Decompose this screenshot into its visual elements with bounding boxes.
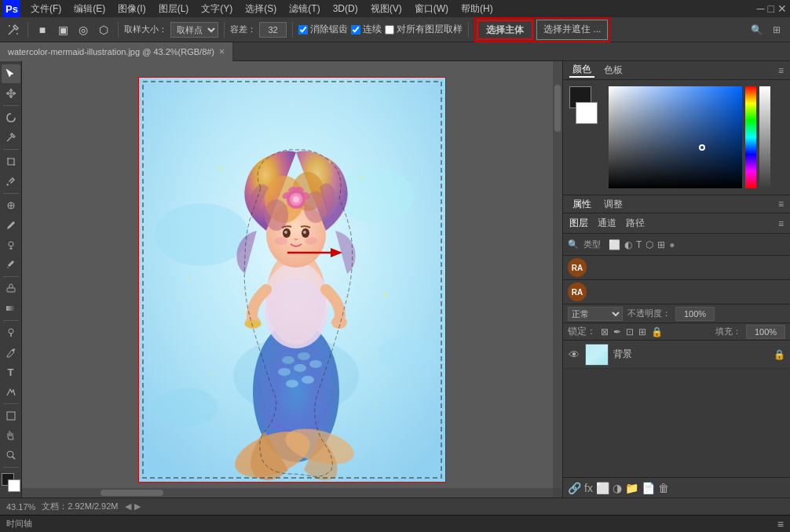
rect-select-icon[interactable]: ■: [34, 21, 51, 38]
vertical-scrollbar[interactable]: [553, 61, 562, 488]
avatar-ra-2[interactable]: RA: [568, 282, 587, 301]
shape-filter-icon[interactable]: ⬡: [646, 239, 653, 250]
history-brush-tool[interactable]: [2, 255, 20, 274]
menu-3d[interactable]: 3D(D): [327, 2, 364, 16]
swatches-tab[interactable]: 色板: [601, 64, 626, 77]
tolerance-input[interactable]: [259, 22, 287, 38]
lock-pixels-icon[interactable]: ⊠: [601, 326, 609, 337]
layer-visibility-icon[interactable]: 👁: [568, 348, 580, 361]
search-icon[interactable]: 🔍: [748, 21, 765, 38]
eraser-tool[interactable]: [2, 279, 20, 298]
move-tool[interactable]: [2, 84, 20, 103]
vertical-scroll-thumb[interactable]: [554, 85, 561, 132]
zoom-tool[interactable]: [2, 446, 20, 465]
layers-tab[interactable]: 图层: [569, 217, 588, 230]
maximize-icon[interactable]: □: [768, 2, 774, 15]
background-color[interactable]: [576, 102, 598, 124]
color-gradient-field[interactable]: [609, 86, 742, 188]
scroll-right-icon[interactable]: ▶: [134, 501, 141, 512]
alpha-slider[interactable]: [759, 86, 770, 188]
layers-panel-menu[interactable]: ≡: [778, 218, 784, 229]
attributes-tab[interactable]: 属性: [569, 198, 594, 211]
hand-tool[interactable]: [2, 426, 20, 445]
layer-item-background[interactable]: 👁 背景 🔒: [563, 341, 790, 369]
pen-tool[interactable]: [2, 343, 20, 362]
mermaid-canvas[interactable]: ✦ ✦ ✦ ✦ ✦ ✦ ✦ ✦: [139, 78, 445, 482]
anti-alias-check[interactable]: 消除锯齿: [298, 23, 348, 36]
scroll-left-icon[interactable]: ◀: [125, 501, 131, 512]
menu-edit[interactable]: 编辑(E): [68, 1, 111, 17]
panel-menu-icon[interactable]: ≡: [778, 65, 784, 76]
color-tab[interactable]: 颜色: [569, 63, 594, 78]
delete-layer-icon[interactable]: 🗑: [658, 482, 669, 494]
selection-tool[interactable]: [2, 64, 20, 83]
paths-tab[interactable]: 路径: [626, 217, 645, 230]
scroll-corner: [553, 488, 562, 497]
layer-effects-icon[interactable]: fx: [584, 482, 593, 494]
new-layer-icon[interactable]: 📄: [642, 482, 655, 494]
lasso-icon[interactable]: ◎: [75, 21, 92, 38]
sample-size-select[interactable]: 取样点: [170, 22, 218, 38]
text-tool[interactable]: T: [2, 363, 20, 381]
select-mask-button[interactable]: 选择并遮住 ...: [536, 20, 608, 40]
adjustment-layer-icon[interactable]: ◑: [613, 482, 622, 494]
search-layers-icon[interactable]: 🔍: [568, 239, 579, 250]
opacity-input[interactable]: [675, 307, 715, 321]
eyedropper-tool[interactable]: [2, 172, 20, 191]
channels-tab[interactable]: 通道: [598, 217, 616, 230]
hue-slider[interactable]: [745, 86, 756, 188]
scroll-arrows[interactable]: ◀ ▶: [125, 501, 141, 512]
menu-filter[interactable]: 滤镜(T): [283, 1, 325, 17]
fill-input[interactable]: [746, 325, 785, 339]
poly-icon[interactable]: ⬡: [95, 21, 112, 38]
contiguous-check[interactable]: 连续: [351, 23, 382, 36]
avatar-ra-1[interactable]: RA: [568, 258, 587, 277]
horizontal-scrollbar[interactable]: [22, 488, 553, 497]
clone-stamp-tool[interactable]: [2, 235, 20, 254]
adjustments-tab[interactable]: 调整: [601, 198, 626, 211]
menu-view[interactable]: 视图(V): [365, 1, 408, 17]
attr-panel-menu[interactable]: ≡: [778, 199, 784, 210]
type-filter-icon[interactable]: T: [636, 239, 642, 250]
path-selection-tool[interactable]: [2, 382, 20, 401]
adjustment-filter-icon[interactable]: ◐: [624, 239, 632, 250]
menu-window[interactable]: 窗口(W): [409, 1, 454, 17]
smart-filter-icon[interactable]: ⊞: [657, 239, 665, 250]
add-mask-icon[interactable]: ⬜: [596, 482, 609, 494]
lock-position-icon[interactable]: ✒: [613, 326, 621, 337]
foreground-color-swatch[interactable]: [2, 473, 20, 492]
menu-text[interactable]: 文字(Y): [196, 1, 238, 17]
menu-help[interactable]: 帮助(H): [455, 1, 499, 17]
minimize-icon[interactable]: ─: [757, 2, 765, 15]
document-tab[interactable]: watercolor-mermaid-illustration.jpg @ 43…: [0, 42, 233, 61]
crop-tool[interactable]: [2, 152, 20, 171]
magic-wand-tool[interactable]: [5, 21, 22, 38]
shape-tool[interactable]: [2, 406, 20, 425]
lock-art-icon[interactable]: ⊡: [626, 326, 634, 337]
magic-wand-tool-box[interactable]: [2, 128, 20, 147]
workspace-icon[interactable]: ⊞: [768, 21, 785, 38]
brush-tool[interactable]: [2, 216, 20, 235]
lasso-tool[interactable]: [2, 108, 20, 127]
menu-select[interactable]: 选择(S): [240, 1, 282, 17]
all-layers-check[interactable]: 对所有图层取样: [385, 23, 463, 36]
menu-layer[interactable]: 图层(L): [153, 1, 195, 17]
healing-brush-tool[interactable]: [2, 196, 20, 215]
toolbox-sep4: [3, 276, 19, 277]
blend-mode-select[interactable]: 正常: [568, 307, 623, 321]
tab-close-button[interactable]: ×: [219, 46, 225, 57]
menu-image[interactable]: 图像(I): [112, 1, 151, 17]
pixel-filter-icon[interactable]: ⬜: [609, 239, 620, 250]
horizontal-scroll-thumb[interactable]: [101, 490, 163, 496]
lock-all-icon[interactable]: ⊞: [638, 326, 646, 337]
lock-icon[interactable]: 🔒: [651, 326, 663, 337]
gradient-tool[interactable]: [2, 299, 20, 318]
menu-file[interactable]: 文件(F): [25, 1, 67, 17]
select-subject-button[interactable]: 选择主体: [477, 20, 533, 40]
folder-icon[interactable]: 📁: [625, 482, 638, 494]
timeline-menu-icon[interactable]: ≡: [777, 518, 784, 530]
ellipse-icon[interactable]: ▣: [54, 21, 71, 38]
close-icon[interactable]: ✕: [777, 2, 787, 15]
dodge-tool[interactable]: [2, 323, 20, 342]
link-layers-icon[interactable]: 🔗: [568, 482, 581, 494]
